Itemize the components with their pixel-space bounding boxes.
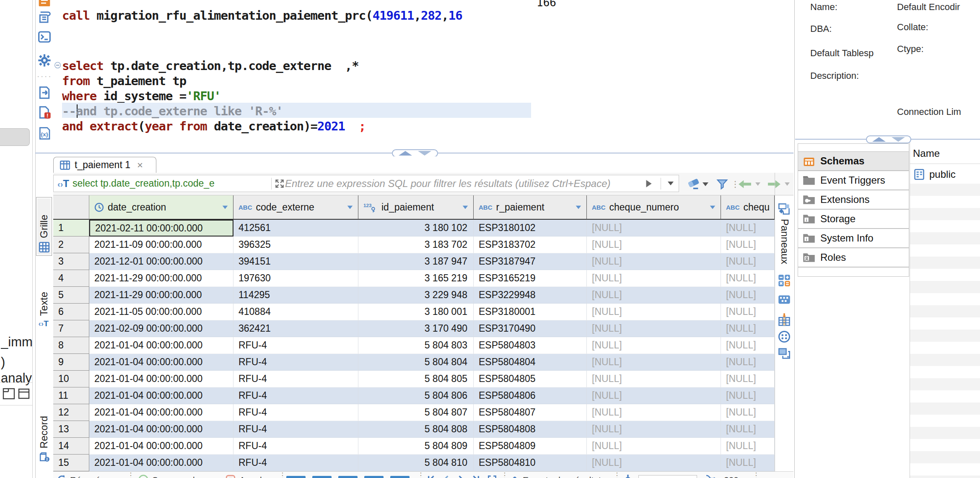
nav-prev-icon[interactable] bbox=[441, 474, 451, 478]
collapse-up-icon[interactable] bbox=[399, 151, 412, 156]
table-cell[interactable]: ESP3183702 bbox=[474, 236, 587, 253]
tree-item-extensions[interactable]: Extensions bbox=[798, 190, 909, 209]
table-row[interactable]: 142021-01-04 00:00:00.000RFU-45 804 809E… bbox=[53, 438, 775, 455]
terminal-icon[interactable] bbox=[38, 30, 51, 44]
row-number[interactable]: 10 bbox=[53, 371, 89, 387]
table-cell[interactable]: 3 180 102 bbox=[358, 220, 474, 236]
tree-item-storage[interactable]: iStorage bbox=[798, 209, 909, 229]
background-window-tab[interactable] bbox=[0, 128, 30, 146]
table-cell[interactable]: [NULL] bbox=[587, 253, 721, 270]
collapse-up-icon[interactable] bbox=[872, 137, 886, 142]
tree-item-system-info[interactable]: iSystem Info bbox=[798, 229, 909, 248]
table-cell[interactable]: [NULL] bbox=[721, 270, 775, 287]
value-viewer-panel-icon[interactable] bbox=[778, 294, 791, 307]
schema-row-public[interactable]: public bbox=[910, 165, 980, 184]
column-header-chequ[interactable]: ABCchequ bbox=[721, 195, 775, 220]
column-filter-icon[interactable] bbox=[346, 203, 354, 211]
table-cell[interactable]: ESP5804808 bbox=[474, 421, 587, 438]
fetch-size-input[interactable]: 200 bbox=[638, 475, 697, 478]
fetch-page-icon[interactable] bbox=[286, 476, 306, 478]
table-cell[interactable]: RFU-4 bbox=[233, 455, 358, 471]
table-cell[interactable]: RFU-4 bbox=[233, 337, 358, 354]
previous-result-menu-icon[interactable] bbox=[755, 182, 760, 186]
table-cell[interactable]: [NULL] bbox=[721, 287, 775, 304]
fetch-page-icon[interactable] bbox=[390, 476, 410, 478]
table-cell[interactable]: 197630 bbox=[233, 270, 358, 287]
table-cell[interactable]: 5 804 810 bbox=[358, 455, 474, 471]
nav-next-icon[interactable] bbox=[456, 474, 467, 478]
table-cell[interactable]: 2021-11-29 00:00:00.000 bbox=[89, 270, 233, 287]
gear-icon[interactable] bbox=[38, 54, 51, 67]
table-row[interactable]: 82021-01-04 00:00:00.000RFU-45 804 803ES… bbox=[53, 337, 775, 354]
table-cell[interactable]: [NULL] bbox=[721, 337, 775, 354]
column-header-code_externe[interactable]: ABCcode_externe bbox=[233, 195, 358, 220]
tree-item-schemas[interactable]: Schemas bbox=[798, 151, 909, 171]
fetch-page-icon[interactable] bbox=[364, 476, 384, 478]
row-number[interactable]: 6 bbox=[53, 304, 89, 320]
table-cell[interactable]: [NULL] bbox=[587, 236, 721, 253]
row-number[interactable]: 13 bbox=[53, 421, 89, 438]
export-script-icon[interactable] bbox=[38, 86, 51, 99]
column-filter-icon[interactable] bbox=[709, 203, 716, 211]
table-cell[interactable]: ESP5804809 bbox=[474, 438, 587, 455]
table-cell[interactable]: 2021-11-05 00:00:00.000 bbox=[89, 304, 233, 320]
table-cell[interactable]: 2021-02-11 00:00:00.000 bbox=[89, 220, 233, 236]
row-number[interactable]: 5 bbox=[53, 287, 89, 304]
table-cell[interactable]: RFU-4 bbox=[233, 404, 358, 421]
table-cell[interactable]: 2021-12-01 00:00:00.000 bbox=[89, 253, 233, 270]
table-cell[interactable]: ESP3165219 bbox=[474, 270, 587, 287]
next-result-icon[interactable] bbox=[766, 179, 782, 189]
table-row[interactable]: 62021-11-05 00:00:00.0004108843 180 001E… bbox=[53, 304, 775, 320]
table-cell[interactable]: ESP3180001 bbox=[474, 304, 587, 320]
table-cell[interactable]: 114295 bbox=[233, 287, 358, 304]
table-cell[interactable]: [NULL] bbox=[587, 304, 721, 320]
results-tab-t-paiement[interactable]: t_paiement 1 × bbox=[53, 157, 156, 173]
clear-filter-menu-icon[interactable] bbox=[703, 182, 708, 186]
table-cell[interactable]: 3 165 219 bbox=[358, 270, 474, 287]
panels-settings-icon[interactable] bbox=[778, 203, 791, 216]
tree-item-event-triggers[interactable]: Event Triggers bbox=[798, 171, 909, 190]
table-row[interactable]: 42021-11-29 00:00:00.0001976303 165 219E… bbox=[53, 270, 775, 287]
table-cell[interactable]: [NULL] bbox=[587, 354, 721, 371]
nav-first-icon[interactable] bbox=[425, 474, 436, 478]
row-number[interactable]: 15 bbox=[53, 455, 89, 471]
variables-icon[interactable]: {x} bbox=[38, 127, 51, 140]
row-number[interactable]: 9 bbox=[53, 354, 89, 371]
refresh-icon[interactable] bbox=[57, 474, 67, 478]
table-cell[interactable]: 396325 bbox=[233, 236, 358, 253]
nav-last-icon[interactable] bbox=[471, 474, 482, 478]
table-cell[interactable]: 5 804 804 bbox=[358, 354, 474, 371]
export-up-icon[interactable] bbox=[509, 474, 520, 478]
table-cell[interactable]: [NULL] bbox=[721, 236, 775, 253]
table-row[interactable]: 72021-02-09 00:00:00.0003624213 170 490E… bbox=[53, 320, 775, 337]
table-cell[interactable]: 2021-01-04 00:00:00.000 bbox=[89, 438, 233, 455]
row-number[interactable]: 1 bbox=[53, 220, 89, 236]
grouping-panel-icon[interactable] bbox=[778, 313, 791, 325]
table-cell[interactable]: 3 170 490 bbox=[358, 320, 474, 337]
view-tab-texte[interactable]: Texte‹›T bbox=[36, 266, 52, 333]
table-cell[interactable]: [NULL] bbox=[721, 438, 775, 455]
table-cell[interactable]: 362421 bbox=[233, 320, 358, 337]
table-cell[interactable]: [NULL] bbox=[721, 455, 775, 471]
close-tab-icon[interactable]: × bbox=[137, 159, 143, 171]
table-cell[interactable]: [NULL] bbox=[721, 304, 775, 320]
filter-settings-icon[interactable] bbox=[716, 178, 729, 190]
collapse-down-icon[interactable] bbox=[892, 137, 905, 142]
row-number[interactable]: 2 bbox=[53, 236, 89, 253]
column-header-cheque_numero[interactable]: ABCcheque_numero bbox=[587, 195, 721, 220]
name-column-header[interactable]: Name bbox=[913, 148, 940, 159]
table-cell[interactable]: 410884 bbox=[233, 304, 358, 320]
table-cell[interactable]: [NULL] bbox=[721, 320, 775, 337]
view-tab-record[interactable]: Record bbox=[36, 406, 52, 465]
table-cell[interactable]: 5 804 805 bbox=[358, 371, 474, 387]
layout-panel-icon[interactable] bbox=[778, 347, 791, 360]
table-cell[interactable]: [NULL] bbox=[587, 404, 721, 421]
row-number[interactable]: 12 bbox=[53, 404, 89, 421]
table-row[interactable]: 132021-01-04 00:00:00.000RFU-45 804 808E… bbox=[53, 421, 775, 438]
table-cell[interactable]: [NULL] bbox=[587, 287, 721, 304]
collapse-down-icon[interactable] bbox=[418, 151, 431, 156]
table-cell[interactable]: 3 229 948 bbox=[358, 287, 474, 304]
table-cell[interactable]: 2021-01-04 00:00:00.000 bbox=[89, 421, 233, 438]
column-header-date_creation[interactable]: date_creation bbox=[89, 195, 233, 220]
column-header-r_paiement[interactable]: ABCr_paiement bbox=[474, 195, 587, 220]
